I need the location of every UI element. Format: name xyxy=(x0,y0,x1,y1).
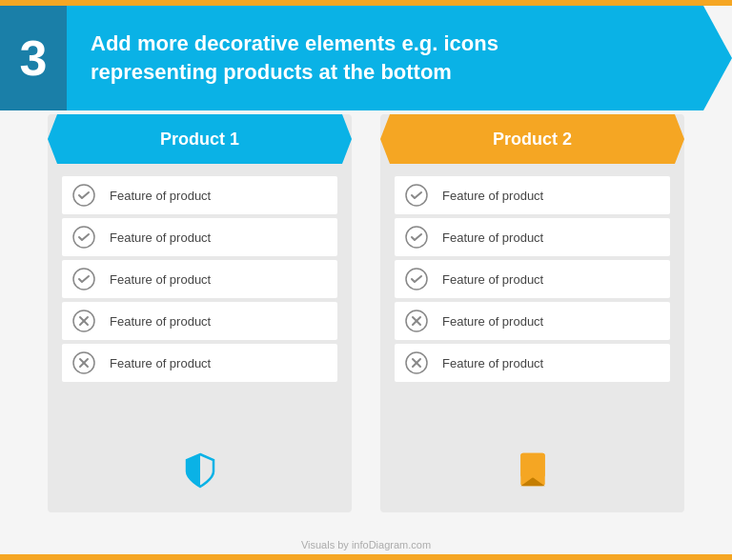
product-card-2: Product 2 Feature of product xyxy=(380,114,684,512)
bottom-border xyxy=(0,554,732,560)
cross-icon xyxy=(71,350,96,375)
feature-text: Feature of product xyxy=(110,189,211,203)
svg-rect-20 xyxy=(520,453,544,477)
product-2-title: Product 2 xyxy=(493,130,572,150)
feature-text: Feature of product xyxy=(110,230,211,245)
header-title: Add more decorative elements e.g. iconsr… xyxy=(91,30,498,86)
feature-row: Feature of product xyxy=(395,344,670,382)
number-box: 3 xyxy=(0,6,67,110)
check-icon xyxy=(71,183,96,208)
cross-icon xyxy=(404,350,429,375)
feature-text: Feature of product xyxy=(442,272,543,287)
feature-text: Feature of product xyxy=(442,356,543,370)
feature-row: Feature of product xyxy=(395,218,670,256)
product-1-features: Feature of product Feature of product xyxy=(48,171,352,440)
product-card-1: Product 1 Feature of product xyxy=(48,114,352,512)
product-1-title: Product 1 xyxy=(160,130,239,150)
feature-row: Feature of product xyxy=(395,176,670,214)
feature-row: Feature of product xyxy=(395,260,670,298)
check-icon xyxy=(71,225,96,250)
feature-row: Feature of product xyxy=(395,302,670,340)
product-2-header: Product 2 xyxy=(380,114,684,164)
feature-text: Feature of product xyxy=(442,314,543,329)
feature-text: Feature of product xyxy=(442,189,543,203)
cross-icon xyxy=(71,309,96,333)
feature-row: Feature of product xyxy=(62,218,337,256)
title-banner: Add more decorative elements e.g. iconsr… xyxy=(67,6,732,110)
feature-text: Feature of product xyxy=(110,356,211,370)
product-1-icon xyxy=(48,440,352,493)
check-icon xyxy=(404,267,429,291)
product-2-features: Feature of product Feature of product xyxy=(380,171,684,440)
step-number: 3 xyxy=(20,30,48,87)
feature-row: Feature of product xyxy=(62,176,337,214)
product-1-header: Product 1 xyxy=(48,114,352,164)
feature-row: Feature of product xyxy=(62,302,337,340)
feature-text: Feature of product xyxy=(110,314,211,329)
product-2-icon xyxy=(380,440,684,493)
check-icon xyxy=(71,267,96,291)
footer-text: Visuals by infoDiagram.com xyxy=(0,539,732,550)
feature-row: Feature of product xyxy=(62,260,337,298)
feature-row: Feature of product xyxy=(62,344,337,382)
content-area: Product 1 Feature of product xyxy=(48,114,684,512)
check-icon xyxy=(404,183,429,208)
cross-icon xyxy=(404,309,429,333)
feature-text: Feature of product xyxy=(442,230,543,245)
header-section: 3 Add more decorative elements e.g. icon… xyxy=(0,6,732,110)
check-icon xyxy=(404,225,429,250)
feature-text: Feature of product xyxy=(110,272,211,287)
